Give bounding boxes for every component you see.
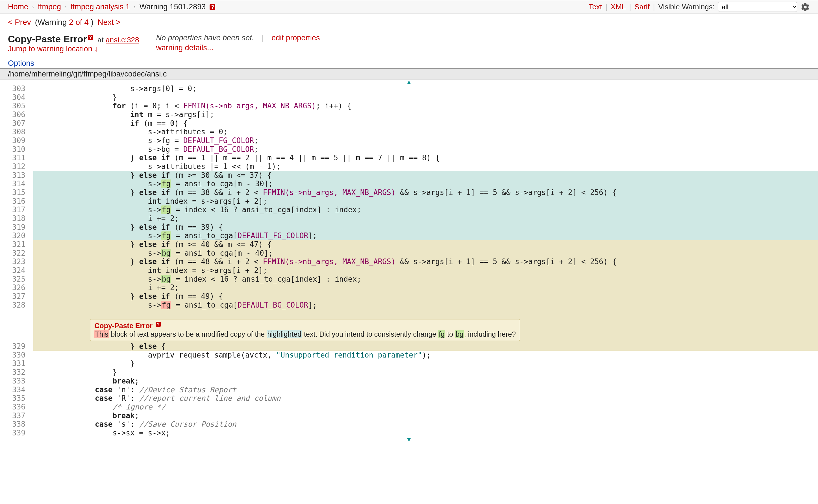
topbar: Home › ffmpeg › ffmpeg analysis 1 › Warn…: [0, 0, 818, 14]
line-number: 335: [0, 394, 33, 403]
code-line: 312 s->attributes |= 1 << (m - 1);: [0, 162, 818, 171]
breadcrumb: Home › ffmpeg › ffmpeg analysis 1 › Warn…: [8, 3, 215, 11]
line-number: 303: [0, 84, 33, 93]
line-number: 319: [0, 223, 33, 232]
code-line: 316 int index = s->args[i + 2];: [0, 197, 818, 206]
code-line: 332 }: [0, 368, 818, 377]
breadcrumb-sep: ›: [32, 4, 34, 10]
warning-counter: (Warning 2 of 4 ): [35, 18, 94, 27]
breadcrumb-home[interactable]: Home: [8, 3, 28, 11]
line-number: 329: [0, 342, 33, 351]
code-line: 317 s->fg = index < 16 ? ansi_to_cga[ind…: [0, 205, 818, 214]
next-warning[interactable]: Next >: [97, 18, 121, 27]
hl-fg: fg: [161, 231, 171, 240]
line-number: 311: [0, 154, 33, 162]
line-number: 326: [0, 283, 33, 292]
line-number: 324: [0, 266, 33, 275]
line-number: 317: [0, 205, 33, 214]
line-number: 305: [0, 102, 33, 110]
warning-box-title: Copy-Paste Error: [94, 322, 152, 330]
edit-properties[interactable]: edit properties: [272, 34, 320, 42]
warning-nav: < Prev (Warning 2 of 4 ) Next >: [0, 14, 818, 34]
line-number: 306: [0, 110, 33, 119]
code-line: 330 avpriv_request_sample(avctx, "Unsupp…: [0, 351, 818, 360]
visible-warnings-select[interactable]: all: [718, 2, 797, 12]
code-line: 318 i += 2;: [0, 214, 818, 223]
line-number: 321: [0, 240, 33, 249]
code-line: 336 /* ignore */: [0, 403, 818, 411]
warning-location-link[interactable]: ansi.c:328: [106, 36, 139, 44]
code-line: 305 for (i = 0; i < FFMIN(s->nb_args, MA…: [0, 102, 818, 110]
export-text[interactable]: Text: [588, 3, 602, 11]
line-number: 339: [0, 429, 33, 437]
code-listing: 303 s->args[0] = 0; 304 } 305 for (i = 0…: [0, 84, 818, 437]
hl-fg: fg: [161, 179, 171, 188]
no-properties-text: No properties have been set.: [156, 34, 254, 42]
file-path: /home/mhermeling/git/ffmpeg/libavcodec/a…: [0, 69, 818, 80]
line-number: 333: [0, 377, 33, 385]
options-link[interactable]: Options: [0, 59, 818, 69]
export-xml[interactable]: XML: [611, 3, 626, 11]
gear-icon[interactable]: [801, 2, 810, 12]
line-number: 308: [0, 128, 33, 136]
code-line: 334 case 'n': //Device Status Report: [0, 385, 818, 394]
help-icon[interactable]: ?: [88, 35, 93, 40]
breadcrumb-sep: ›: [65, 4, 67, 10]
breadcrumb-analysis[interactable]: ffmpeg analysis 1: [71, 3, 130, 11]
line-number: 336: [0, 403, 33, 411]
help-icon[interactable]: ?: [156, 322, 161, 327]
code-line: 338 case 's': //Save Cursor Position: [0, 420, 818, 429]
code-line: 307 if (m == 0) {: [0, 119, 818, 128]
sep: |: [605, 3, 607, 11]
code-line: 319 } else if (m == 39) {: [0, 223, 818, 232]
line-number: 312: [0, 162, 33, 171]
line-number: 304: [0, 93, 33, 102]
code-line: 327 } else if (m == 49) {: [0, 292, 818, 301]
line-number: 338: [0, 420, 33, 429]
breadcrumb-project[interactable]: ffmpeg: [38, 3, 61, 11]
scroll-down-icon[interactable]: ▼: [0, 437, 818, 442]
line-number: 330: [0, 351, 33, 360]
export-sarif[interactable]: Sarif: [635, 3, 650, 11]
prev-warning[interactable]: < Prev: [8, 18, 31, 27]
code-line: 333 break;: [0, 377, 818, 385]
code-line: 335 case 'R': //report current line and …: [0, 394, 818, 403]
code-line: 310 s->bg = DEFAULT_BG_COLOR;: [0, 145, 818, 154]
code-line: 328 s->fg = ansi_to_cga[DEFAULT_BG_COLOR…: [0, 301, 818, 310]
help-icon[interactable]: ?: [210, 4, 215, 10]
line-number: 327: [0, 292, 33, 301]
code-line: 323 } else if (m == 48 && i + 2 < FFMIN(…: [0, 257, 818, 266]
code-line: 321 } else if (m >= 40 && m <= 47) {: [0, 240, 818, 249]
code-line: 315 } else if (m == 38 && i + 2 < FFMIN(…: [0, 188, 818, 197]
inline-warning-box: Copy-Paste Error ? This block of text ap…: [90, 319, 520, 341]
warning-box-message: This block of text appears to be a modif…: [94, 330, 516, 339]
warning-details[interactable]: warning details...: [156, 43, 320, 52]
jump-to-location[interactable]: Jump to warning location ↓: [8, 45, 98, 53]
hl-suspect: fg: [161, 301, 171, 309]
line-number: 337: [0, 411, 33, 420]
line-number: 313: [0, 171, 33, 180]
sep: |: [262, 34, 264, 42]
hl-bg: bg: [161, 249, 171, 257]
line-number: 332: [0, 368, 33, 377]
line-number: 314: [0, 179, 33, 188]
warning-title: Copy-Paste Error? at ansi.c:328: [8, 34, 139, 45]
sep: |: [653, 3, 655, 11]
breadcrumb-sep: ›: [134, 4, 135, 10]
line-number: [0, 309, 33, 342]
line-number: 310: [0, 145, 33, 154]
code-line: 324 int index = s->args[i + 2];: [0, 266, 818, 275]
line-number: 318: [0, 214, 33, 223]
line-number: 307: [0, 119, 33, 128]
code-line: 308 s->attributes = 0;: [0, 128, 818, 136]
breadcrumb-current: Warning 1501.2893: [139, 3, 206, 11]
code-line: 337 break;: [0, 411, 818, 420]
code-line: 313 } else if (m >= 30 && m <= 37) {: [0, 171, 818, 180]
top-actions: Text | XML | Sarif | Visible Warnings: a…: [588, 2, 810, 12]
scroll-up-icon[interactable]: ▲: [0, 80, 818, 84]
code-line: 326 i += 2;: [0, 283, 818, 292]
code-line: 304 }: [0, 93, 818, 102]
code-line: 306 int m = s->args[i];: [0, 110, 818, 119]
line-number: 325: [0, 275, 33, 284]
sep: |: [629, 3, 631, 11]
